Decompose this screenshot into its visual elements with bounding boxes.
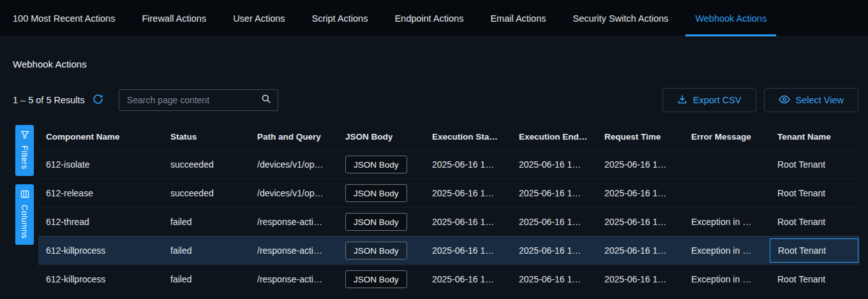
cell-execution-start: 2025-06-16 1…: [424, 237, 511, 265]
tab-bar: 100 Most Recent Actions Firewall Actions…: [0, 0, 868, 37]
cell-status: succeeded: [163, 150, 250, 179]
cell-json-body: JSON Body: [338, 150, 424, 179]
select-view-button[interactable]: Select View: [764, 88, 859, 112]
filters-button[interactable]: Filters: [15, 125, 34, 176]
json-body-button[interactable]: JSON Body: [345, 242, 407, 259]
tab-endpoint-actions[interactable]: Endpoint Actions: [381, 0, 477, 36]
json-body-button[interactable]: JSON Body: [345, 184, 407, 202]
column-header-json-body[interactable]: JSON Body: [338, 123, 424, 150]
results-count: 1 – 5 of 5 Results: [13, 95, 85, 105]
export-csv-button[interactable]: Export CSV: [662, 88, 756, 112]
cell-error-message: [684, 179, 770, 207]
column-header-execution-end[interactable]: Execution End…: [511, 123, 597, 150]
tab-security-switch-actions[interactable]: Security Switch Actions: [559, 0, 682, 36]
content-area: Filters Columns Component Name Status Pa…: [0, 123, 868, 293]
search-input[interactable]: [127, 95, 261, 105]
cell-status: failed: [163, 208, 250, 236]
table-row-selected[interactable]: 612-killprocess failed /response-acti… J…: [38, 236, 860, 265]
cell-execution-start: 2025-06-16 1…: [424, 179, 511, 207]
cell-request-time: 2025-06-16 1…: [597, 265, 684, 293]
cell-execution-end: 2025-06-16 1…: [511, 237, 597, 265]
export-csv-label: Export CSV: [693, 95, 742, 105]
select-view-label: Select View: [796, 95, 844, 105]
column-header-tenant-name[interactable]: Tenant Name: [770, 123, 860, 150]
page-title: Webhook Actions: [13, 59, 868, 70]
refresh-icon: [93, 94, 103, 106]
cell-request-time: 2025-06-16 1…: [597, 208, 684, 236]
cell-tenant-name: Root Tenant: [770, 150, 860, 179]
cell-request-time: 2025-06-16 1…: [597, 179, 684, 207]
column-header-request-time[interactable]: Request Time: [597, 123, 684, 150]
cell-component-name: 612-killprocess: [38, 237, 163, 265]
cell-execution-end: 2025-06-16 1…: [511, 208, 597, 236]
cell-component-name: 612-release: [38, 179, 163, 207]
column-header-error-message[interactable]: Error Message: [684, 123, 770, 150]
tab-script-actions[interactable]: Script Actions: [299, 0, 382, 36]
cell-tenant-name-focused[interactable]: Root Tenant: [770, 238, 858, 263]
table-header-row: Component Name Status Path and Query JSO…: [38, 123, 860, 150]
table-row[interactable]: 612-isolate succeeded /devices/v1/op… JS…: [38, 150, 860, 179]
cell-execution-start: 2025-06-16 1…: [424, 208, 511, 236]
tab-user-actions[interactable]: User Actions: [220, 0, 298, 36]
cell-json-body: JSON Body: [338, 208, 424, 236]
cell-tenant-name: Root Tenant: [770, 179, 860, 207]
tab-firewall-actions[interactable]: Firewall Actions: [128, 0, 220, 36]
cell-path-and-query: /response-acti…: [250, 265, 338, 293]
cell-error-message: Exception in …: [684, 265, 770, 293]
search-icon[interactable]: [261, 94, 271, 106]
cell-json-body: JSON Body: [338, 265, 424, 293]
cell-error-message: Exception in …: [684, 237, 770, 265]
cell-component-name: 612-killprocess: [38, 265, 163, 293]
table-row[interactable]: 612-release succeeded /devices/v1/op… JS…: [38, 179, 860, 207]
tab-most-recent-actions[interactable]: 100 Most Recent Actions: [13, 0, 128, 36]
cell-component-name: 612-isolate: [38, 150, 163, 179]
eye-icon: [779, 95, 790, 106]
table-row[interactable]: 612-thread failed /response-acti… JSON B…: [38, 207, 860, 236]
json-body-button[interactable]: JSON Body: [345, 270, 407, 288]
cell-component-name: 612-thread: [38, 208, 163, 236]
cell-request-time: 2025-06-16 1…: [597, 150, 684, 179]
cell-execution-end: 2025-06-16 1…: [511, 265, 597, 293]
cell-status: failed: [163, 237, 250, 265]
column-header-path-and-query[interactable]: Path and Query: [250, 123, 338, 150]
download-icon: [677, 94, 687, 106]
columns-button[interactable]: Columns: [15, 184, 34, 245]
side-buttons: Filters Columns: [0, 123, 38, 293]
columns-icon: [20, 190, 29, 200]
cell-path-and-query: /response-acti…: [250, 237, 338, 265]
cell-path-and-query: /devices/v1/op…: [250, 179, 338, 207]
cell-error-message: [684, 150, 770, 179]
cell-execution-start: 2025-06-16 1…: [424, 150, 511, 179]
cell-request-time: 2025-06-16 1…: [597, 237, 684, 265]
toolbar: 1 – 5 of 5 Results Export CSV: [13, 88, 858, 112]
cell-status: failed: [163, 265, 250, 293]
cell-execution-end: 2025-06-16 1…: [511, 179, 597, 207]
cell-tenant-name: Root Tenant: [770, 265, 860, 293]
json-body-button[interactable]: JSON Body: [345, 156, 407, 173]
tab-webhook-actions[interactable]: Webhook Actions: [682, 0, 780, 36]
cell-path-and-query: /devices/v1/op…: [250, 150, 338, 179]
cell-json-body: JSON Body: [338, 179, 424, 207]
columns-label: Columns: [20, 205, 29, 238]
cell-path-and-query: /response-acti…: [250, 208, 338, 236]
json-body-button[interactable]: JSON Body: [345, 213, 407, 231]
cell-execution-start: 2025-06-16 1…: [424, 265, 511, 293]
refresh-button[interactable]: [91, 92, 105, 108]
cell-status: succeeded: [163, 179, 250, 207]
tab-email-actions[interactable]: Email Actions: [477, 0, 559, 36]
cell-tenant-name: Root Tenant: [770, 208, 860, 236]
column-header-execution-start[interactable]: Execution Sta…: [424, 123, 511, 150]
filters-label: Filters: [20, 145, 29, 170]
cell-error-message: Exception in …: [684, 208, 770, 236]
cell-json-body: JSON Body: [338, 237, 424, 265]
table-row[interactable]: 612-killprocess failed /response-acti… J…: [38, 265, 860, 293]
actions-table: Component Name Status Path and Query JSO…: [38, 123, 860, 293]
column-header-component-name[interactable]: Component Name: [38, 123, 163, 150]
cell-execution-end: 2025-06-16 1…: [511, 150, 597, 179]
search-box: [119, 89, 278, 111]
funnel-icon: [20, 131, 29, 141]
column-header-status[interactable]: Status: [163, 123, 250, 150]
